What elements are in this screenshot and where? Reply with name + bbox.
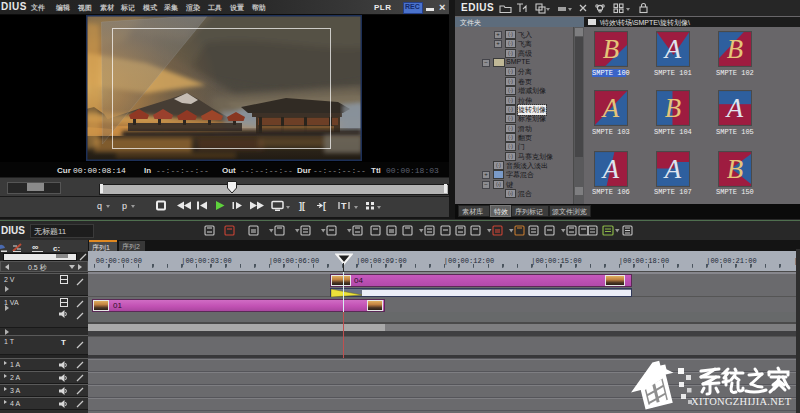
svg-text:p: p [122, 201, 127, 211]
svg-text:q: q [97, 201, 102, 211]
svg-text:B: B [665, 92, 682, 124]
svg-text:B: B [727, 153, 744, 185]
svg-text:A: A [725, 92, 743, 124]
svg-text:B: B [603, 33, 620, 65]
svg-text:[: [ [323, 201, 326, 211]
svg-text:A: A [601, 153, 619, 185]
svg-text:A: A [663, 33, 681, 65]
svg-text:T: T [341, 201, 347, 211]
svg-text:A: A [663, 153, 681, 185]
svg-text:A: A [601, 92, 619, 124]
svg-text:][: ][ [299, 201, 305, 211]
svg-text:B: B [727, 33, 744, 65]
svg-text:∞: ∞ [32, 242, 39, 252]
